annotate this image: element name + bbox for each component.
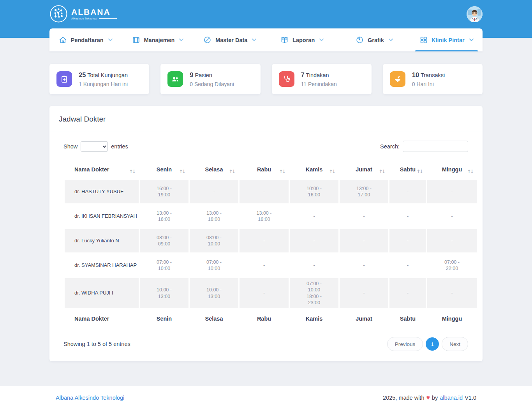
schedule-cell: - bbox=[427, 180, 477, 203]
footer-column-header-jumat: Jumat bbox=[340, 309, 388, 326]
column-header-rabu[interactable]: Rabu↑↓ bbox=[240, 161, 289, 179]
home-icon bbox=[59, 36, 67, 44]
schedule-cell: - bbox=[340, 229, 388, 252]
film-icon bbox=[132, 36, 140, 44]
stat-label: Pasien bbox=[195, 72, 212, 78]
next-page-button[interactable]: Next bbox=[442, 337, 468, 351]
stat-sub: 1 Kunjungan Hari ini bbox=[79, 81, 128, 87]
column-header-selasa[interactable]: Selasa↑↓ bbox=[190, 161, 238, 179]
schedule-cell: - bbox=[340, 254, 388, 277]
stat-label: Tindakan bbox=[306, 72, 329, 78]
stat-sub: 0 Sedang Dilayani bbox=[190, 81, 234, 87]
users-icon bbox=[167, 71, 183, 87]
panel-header: Jadwal Dokter bbox=[49, 106, 483, 132]
schedule-cell: 16:00 -19:00 bbox=[140, 180, 188, 203]
schedule-cell: - bbox=[240, 254, 289, 277]
footer-column-header-senin: Senin bbox=[140, 309, 188, 326]
sort-icon: ↑↓ bbox=[467, 169, 473, 174]
chevron-down-icon bbox=[108, 39, 113, 41]
nav-item-laporan[interactable]: Laporan bbox=[266, 28, 338, 51]
nav-item-grafik[interactable]: Grafik bbox=[338, 28, 410, 51]
stat-value-label: 9 Pasien bbox=[190, 71, 234, 79]
chevron-down-icon bbox=[179, 39, 183, 41]
schedule-cell: 08:00 -09:00 bbox=[140, 229, 188, 252]
schedule-cell: - bbox=[427, 229, 477, 252]
search-input[interactable] bbox=[403, 141, 468, 152]
entries-select[interactable] bbox=[81, 141, 108, 152]
schedule-cell: 07:00 -22:00 bbox=[427, 254, 477, 277]
schedule-cell: - bbox=[389, 229, 426, 252]
sort-icon: ↑↓ bbox=[417, 169, 423, 174]
page-1-button[interactable]: 1 bbox=[426, 337, 439, 351]
schedule-cell: 13:00 -16:00 bbox=[190, 205, 238, 228]
stat-card-tindakan: 7 Tindakan 11 Penindakan bbox=[272, 64, 372, 94]
table-footer-row: Nama DokterSeninSelasaRabuKamisJumatSabt… bbox=[65, 309, 477, 326]
stat-sub: 0 Hari Ini bbox=[412, 81, 445, 87]
footer-company-link[interactable]: Albana Alkesindo Teknologi bbox=[56, 395, 124, 401]
jadwal-dokter-panel: Jadwal Dokter Show entries Search: Nama … bbox=[49, 106, 483, 361]
column-header-senin[interactable]: Senin↑↓ bbox=[140, 161, 188, 179]
stethoscope-icon bbox=[279, 71, 294, 87]
chevron-down-icon bbox=[319, 39, 324, 41]
main-navigation: Pendaftaran Manajemen Master Data Lapora… bbox=[49, 28, 483, 51]
user-avatar[interactable] bbox=[467, 6, 483, 22]
footer-column-header-selasa: Selasa bbox=[190, 309, 238, 326]
brand-name: ALBANA bbox=[71, 8, 117, 16]
panel-title: Jadwal Dokter bbox=[59, 115, 473, 123]
sort-icon: ↑↓ bbox=[179, 169, 185, 174]
schedule-cell: - bbox=[190, 180, 238, 203]
search-label: Search: bbox=[380, 143, 400, 150]
nav-item-master-data[interactable]: Master Data bbox=[194, 28, 266, 51]
schedule-cell: - bbox=[427, 278, 477, 308]
schedule-cell: 08:00 -10:00 bbox=[190, 229, 238, 252]
column-header-kamis[interactable]: Kamis↑↓ bbox=[290, 161, 338, 179]
schedule-cell: 13:00 -16:00 bbox=[140, 205, 188, 228]
stat-card-pasien: 9 Pasien 0 Sedang Dilayani bbox=[160, 64, 260, 94]
nav-item-manajemen[interactable]: Manajemen bbox=[122, 28, 194, 51]
column-header-minggu[interactable]: Minggu↑↓ bbox=[427, 161, 477, 179]
brand-tagline: Alkesindo Teknologi bbox=[71, 17, 117, 20]
chevron-down-icon bbox=[469, 39, 474, 41]
schedule-cell: - bbox=[389, 278, 426, 308]
stat-value: 9 bbox=[190, 71, 193, 78]
entries-label: entries bbox=[111, 143, 128, 150]
column-header-nama-dokter[interactable]: Nama Dokter↑↓ bbox=[65, 161, 139, 179]
footer-credits-prefix: 2025, made with bbox=[383, 395, 424, 401]
table-row: dr. Lucky Yulianto N08:00 -09:0008:00 -1… bbox=[65, 229, 477, 252]
nav-item-klinik-pintar[interactable]: Klinik Pintar bbox=[410, 28, 483, 51]
doctor-name-cell: dr. IKHSAN FEBRIANSYAH bbox=[65, 205, 139, 228]
entries-summary: Showing 1 to 5 of 5 entries bbox=[63, 341, 130, 347]
schedule-cell: - bbox=[389, 254, 426, 277]
stat-card-kunjungan: 25 Total Kunjungan 1 Kunjungan Hari ini bbox=[49, 64, 149, 94]
brand-logo[interactable]: ALBANA Alkesindo Teknologi bbox=[49, 5, 117, 23]
nav-label: Klinik Pintar bbox=[432, 37, 465, 43]
doctor-name-cell: dr. Lucky Yulianto N bbox=[65, 229, 139, 252]
column-header-jumat[interactable]: Jumat↑↓ bbox=[340, 161, 388, 179]
albana-id-link[interactable]: albana.id bbox=[440, 395, 463, 401]
schedule-cell: 13:00 -17:00 bbox=[340, 180, 388, 203]
column-header-sabtu[interactable]: Sabtu↑↓ bbox=[389, 161, 426, 179]
doctor-name-cell: dr. SYAMSINAR HARAHAP bbox=[65, 254, 139, 277]
nav-item-pendaftaran[interactable]: Pendaftaran bbox=[49, 28, 122, 51]
schedule-cell: - bbox=[427, 205, 477, 228]
stat-card-transaksi: 10 Transaksi 0 Hari Ini bbox=[383, 64, 483, 94]
schedule-cell: - bbox=[389, 205, 426, 228]
table-row: dr. WIDHA PUJI I10:00 -13:0010:00 -13:00… bbox=[65, 278, 477, 308]
stat-value: 7 bbox=[301, 71, 305, 78]
schedule-cell: - bbox=[340, 278, 388, 308]
nav-label: Manajemen bbox=[144, 37, 175, 43]
sort-icon: ↑↓ bbox=[279, 169, 285, 174]
nav-label: Pendaftaran bbox=[71, 37, 104, 43]
schedule-cell: 10:00 -13:00 bbox=[190, 278, 238, 308]
previous-page-button[interactable]: Previous bbox=[387, 337, 423, 351]
sort-icon: ↑↓ bbox=[129, 169, 135, 174]
schedule-cell: 13:00 -16:00 bbox=[240, 205, 289, 228]
schedule-cell: - bbox=[240, 180, 289, 203]
schedule-cell: 10:00 -16:00 bbox=[290, 180, 338, 203]
grid-icon bbox=[419, 36, 428, 44]
site-footer: Albana Alkesindo Teknologi 2025, made wi… bbox=[0, 386, 532, 404]
doctor-avatar-image bbox=[467, 6, 483, 22]
stat-value: 10 bbox=[412, 71, 419, 78]
schedule-cell: - bbox=[240, 278, 289, 308]
stat-value: 25 bbox=[79, 71, 86, 78]
